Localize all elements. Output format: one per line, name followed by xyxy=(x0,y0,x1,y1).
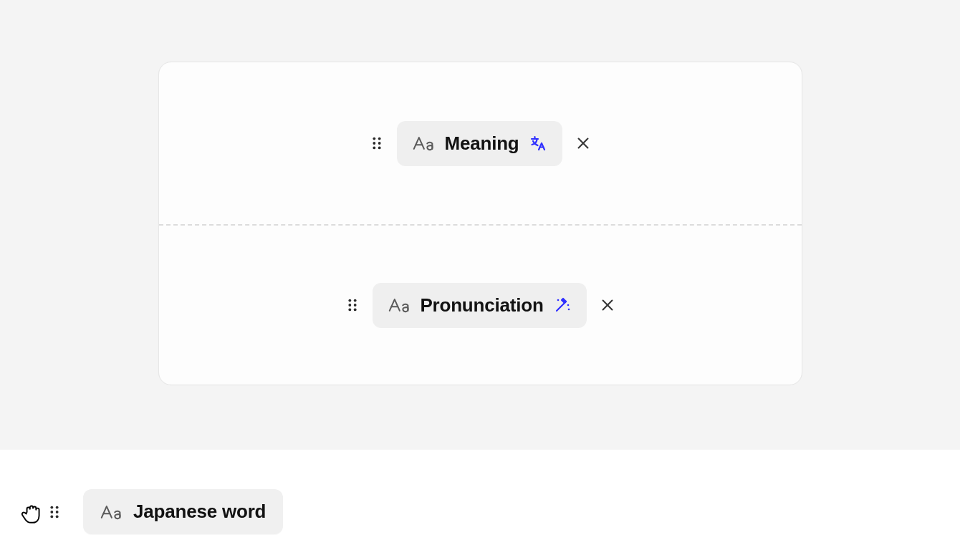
svg-point-15 xyxy=(50,506,53,508)
field-label: Pronunciation xyxy=(420,294,543,317)
grab-cursor-icon xyxy=(20,501,43,523)
svg-point-20 xyxy=(56,515,59,518)
svg-point-4 xyxy=(373,146,376,149)
svg-point-7 xyxy=(354,299,357,302)
drag-handle-icon[interactable] xyxy=(344,296,361,314)
svg-point-19 xyxy=(50,515,53,518)
svg-point-12 xyxy=(567,304,569,306)
svg-point-2 xyxy=(373,142,376,145)
field-row: Pronunciation xyxy=(344,283,616,328)
text-aa-icon xyxy=(388,296,410,314)
svg-point-5 xyxy=(378,146,381,149)
svg-point-13 xyxy=(567,309,570,311)
magic-wand-icon xyxy=(554,296,571,314)
card-slot-2: Pronunciation xyxy=(159,224,802,386)
translate-icon xyxy=(529,135,547,152)
svg-point-14 xyxy=(557,299,559,301)
field-label: Meaning xyxy=(444,132,519,155)
svg-point-8 xyxy=(349,304,352,306)
text-aa-icon xyxy=(100,503,122,521)
svg-point-1 xyxy=(378,137,381,140)
svg-point-17 xyxy=(50,511,53,513)
field-label: Japanese word xyxy=(133,501,266,523)
svg-point-9 xyxy=(354,304,357,306)
svg-point-3 xyxy=(378,142,381,145)
field-chip-meaning[interactable]: Meaning xyxy=(397,121,562,166)
svg-point-11 xyxy=(354,308,357,311)
svg-point-0 xyxy=(373,137,376,140)
drag-handle-icon[interactable] xyxy=(368,135,385,152)
field-row: Meaning xyxy=(368,121,592,166)
remove-field-button[interactable] xyxy=(574,134,592,153)
svg-point-6 xyxy=(349,299,352,302)
card-slot-1: Meaning xyxy=(159,62,802,224)
remove-field-button[interactable] xyxy=(598,296,617,314)
svg-point-18 xyxy=(56,511,59,513)
field-chip-pronunciation[interactable]: Pronunciation xyxy=(373,283,586,328)
field-chip-japanese-word[interactable]: Japanese word xyxy=(83,489,283,534)
drag-handle-icon xyxy=(46,503,63,521)
text-aa-icon xyxy=(413,135,434,152)
fields-card: Meaning xyxy=(158,62,802,385)
dragging-field[interactable]: Japanese word xyxy=(20,489,283,534)
svg-point-16 xyxy=(56,506,59,508)
svg-point-10 xyxy=(349,308,352,311)
